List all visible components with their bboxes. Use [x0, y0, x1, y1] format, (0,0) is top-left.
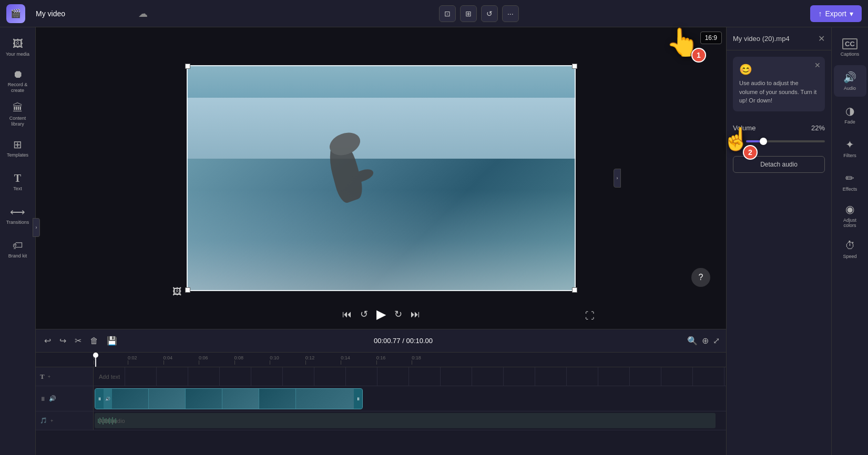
- app-logo: 🎬: [6, 4, 25, 23]
- templates-icon: ⊞: [13, 138, 22, 151]
- your-media-icon: 🖼: [13, 38, 23, 50]
- toolbar-center: ⊡ ⊞ ↺ ···: [439, 5, 519, 22]
- right-sidebar-item-captions[interactable]: CC Captions: [834, 32, 866, 63]
- add-text-label: +: [48, 374, 50, 379]
- delete-button[interactable]: 🗑: [88, 334, 100, 348]
- timeline: ↩ ↪ ✂ 🗑 💾 00:00.77 / 00:10.00 🔍 ⊕ ⤢: [36, 329, 726, 455]
- sidebar-item-transitions[interactable]: ⟷ Transitions: [2, 200, 34, 231]
- ruler-mark-12: 0:12: [305, 355, 315, 365]
- save-button[interactable]: 💾: [105, 334, 119, 348]
- ruler-mark-6: 0:06: [199, 355, 208, 365]
- timeline-playhead[interactable]: [95, 353, 96, 367]
- sidebar-item-label-brand-kit: Brand kit: [8, 253, 27, 259]
- zoom-out-button[interactable]: 🔍: [687, 336, 698, 346]
- clip-left-handle[interactable]: ⏸: [95, 389, 104, 409]
- time-total: 00:10.00: [406, 337, 433, 345]
- audio-note-icon: 🎵: [40, 417, 47, 424]
- clip-right-handle[interactable]: ⏸: [354, 389, 362, 409]
- topbar: 🎬 ☁ ⊡ ⊞ ↺ ··· ↑ Export ▾: [0, 0, 868, 27]
- forward-button[interactable]: ↻: [394, 308, 402, 320]
- sidebar-item-templates[interactable]: ⊞ Templates: [2, 132, 34, 164]
- tooltip-emoji: 😊: [739, 64, 752, 75]
- playhead-handle[interactable]: [93, 353, 98, 358]
- audio-waveform: [95, 413, 716, 428]
- ruler-mark-8: 0:08: [234, 355, 244, 365]
- fullscreen-button[interactable]: ⛶: [585, 311, 595, 322]
- text-track-content[interactable]: Add text: [94, 367, 726, 386]
- right-sidebar-item-fade[interactable]: ◑ Fade: [834, 99, 866, 130]
- right-sidebar-label-captions: Captions: [841, 51, 860, 57]
- project-title[interactable]: [32, 7, 132, 20]
- aspect-ratio-button[interactable]: 16:9: [700, 32, 722, 44]
- right-sidebar-label-effects: Effects: [843, 187, 857, 192]
- skip-to-end-button[interactable]: ⏭: [411, 309, 420, 320]
- play-pause-button[interactable]: ▶: [376, 307, 386, 322]
- rewind-button[interactable]: ↺: [360, 308, 368, 320]
- detach-audio-button[interactable]: Detach audio: [733, 156, 825, 173]
- effects-icon: ✏: [845, 172, 854, 184]
- right-sidebar-item-adjust-colors[interactable]: ◉ Adjustcolors: [834, 200, 866, 231]
- video-track-content[interactable]: ⏸ 🔊: [94, 386, 726, 411]
- right-sidebar-label-speed: Speed: [843, 254, 856, 259]
- video-audio-icon: 🔊: [49, 395, 56, 402]
- resize-button[interactable]: ⊞: [460, 5, 477, 22]
- main-layout: 🖼 Your media ⏺ Record &create 🏛 Contentl…: [0, 27, 868, 455]
- timeline-toolbar: ↩ ↪ ✂ 🗑 💾 00:00.77 / 00:10.00 🔍 ⊕ ⤢: [36, 329, 726, 353]
- sidebar-item-record[interactable]: ⏺ Record &create: [2, 65, 34, 97]
- audio-add-icon: +: [50, 418, 53, 423]
- audio-track-row: 🎵 +: [36, 411, 726, 430]
- volume-label: Volume: [733, 124, 755, 132]
- volume-thumb[interactable]: [760, 138, 767, 145]
- video-clip[interactable]: ⏸ 🔊: [95, 388, 363, 409]
- preview-collapse-button[interactable]: ›: [614, 169, 621, 188]
- content-library-icon: 🏛: [13, 102, 23, 114]
- zoom-in-button[interactable]: ⊕: [702, 336, 709, 346]
- ruler-mark-14: 0:14: [341, 355, 350, 365]
- video-container: [187, 65, 576, 291]
- right-sidebar-label-adjust-colors: Adjustcolors: [843, 218, 856, 228]
- undo-button[interactable]: ↩: [42, 334, 53, 348]
- right-sidebar-item-speed[interactable]: ⏱ Speed: [834, 233, 866, 265]
- transitions-icon: ⟷: [10, 205, 25, 218]
- volume-section: Volume 22% 🔊: [727, 118, 831, 152]
- volume-value: 22%: [811, 124, 825, 132]
- audio-track-content[interactable]: Add audio: [94, 411, 726, 430]
- tooltip-text: Use audio to adjust the volume of your s…: [739, 79, 819, 105]
- help-button[interactable]: ?: [691, 268, 710, 287]
- volume-icon: 🔊: [733, 137, 742, 146]
- crop-button[interactable]: ⊡: [439, 5, 456, 22]
- ruler-mark-18: 0:18: [412, 355, 421, 365]
- clip-audio-icon: 🔊: [104, 389, 112, 409]
- export-button[interactable]: ↑ Export ▾: [810, 5, 862, 22]
- more-button[interactable]: ···: [502, 5, 519, 22]
- filters-icon: ✦: [845, 138, 854, 151]
- rotate-button[interactable]: ↺: [481, 5, 498, 22]
- skip-to-start-button[interactable]: ⏮: [342, 309, 352, 320]
- cut-button[interactable]: ✂: [73, 334, 84, 348]
- sidebar-item-label-templates: Templates: [7, 152, 28, 158]
- right-sidebar: CC Captions 🔊 Audio ◑ Fade ✦ Filters ✏ E…: [831, 27, 868, 455]
- sidebar-item-your-media[interactable]: 🖼 Your media: [2, 32, 34, 63]
- volume-slider[interactable]: [746, 140, 825, 142]
- record-icon: ⏺: [13, 68, 23, 80]
- sidebar-collapse-button[interactable]: ›: [33, 218, 40, 237]
- right-sidebar-item-filters[interactable]: ✦ Filters: [834, 132, 866, 164]
- expand-timeline-button[interactable]: ⤢: [713, 336, 720, 346]
- cloud-save-icon: ☁: [138, 8, 148, 19]
- right-sidebar-label-filters: Filters: [843, 153, 856, 158]
- panel-header: My video (20).mp4 ✕: [727, 27, 831, 50]
- tooltip-close-button[interactable]: ✕: [814, 61, 821, 69]
- screenshot-button[interactable]: 🖼: [172, 286, 182, 297]
- right-sidebar-item-audio[interactable]: 🔊 Audio: [834, 65, 866, 97]
- sidebar-item-brand-kit[interactable]: 🏷 Brand kit: [2, 233, 34, 265]
- preview-area: 16:9 🖼 ⏮ ↺ ▶ ↻ ⏭ ⛶ ? ›: [36, 27, 726, 329]
- video-track-label: ⏸ 🔊: [36, 386, 94, 411]
- sidebar-item-text[interactable]: T Text: [2, 166, 34, 198]
- text-track-row: T + Add text: [36, 367, 726, 386]
- right-sidebar-item-effects[interactable]: ✏ Effects: [834, 166, 866, 198]
- captions-icon: CC: [842, 38, 857, 49]
- sidebar-item-content-library[interactable]: 🏛 Contentlibrary: [2, 99, 34, 130]
- redo-button[interactable]: ↪: [57, 334, 68, 348]
- video-pause-icon: ⏸: [40, 396, 46, 402]
- panel-close-button[interactable]: ✕: [818, 34, 825, 44]
